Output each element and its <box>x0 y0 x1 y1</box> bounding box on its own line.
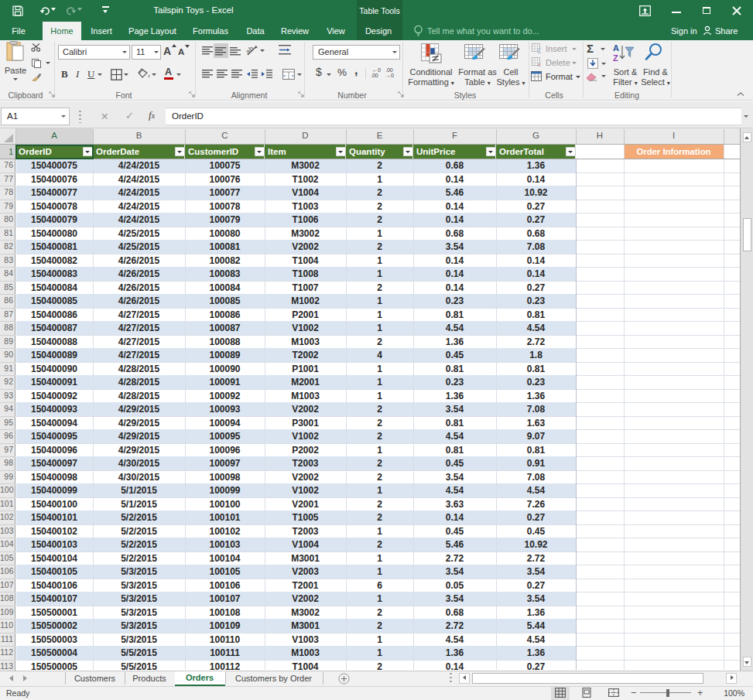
svg-text:×: × <box>537 61 541 67</box>
svg-text:→0: →0 <box>385 73 394 78</box>
svg-text:⤹: ⤹ <box>537 47 542 53</box>
svg-text:A: A <box>613 43 619 53</box>
svg-text:ab: ab <box>246 45 255 56</box>
svg-text:Z: Z <box>613 53 618 63</box>
svg-text:.00: .00 <box>371 73 378 78</box>
